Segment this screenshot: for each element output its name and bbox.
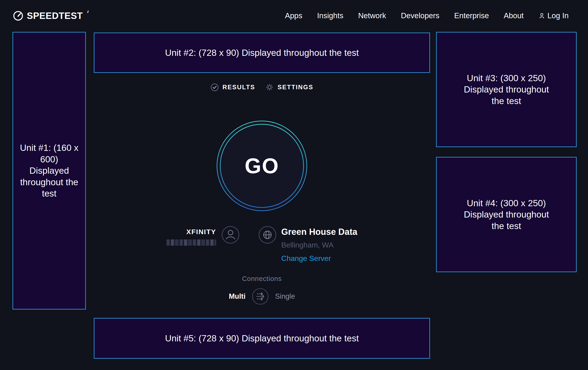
multi-connections-toggle-icon[interactable]	[252, 288, 269, 305]
nav-item-enterprise[interactable]: Enterprise	[454, 11, 489, 20]
tab-settings-label: SETTINGS	[278, 84, 313, 91]
ad-unit-4[interactable]: Unit #4: (300 x 250) Displayed throughou…	[436, 157, 577, 272]
speedtest-page: SPEEDTEST Apps Insights Network Develope…	[0, 0, 588, 370]
tab-settings[interactable]: SETTINGS	[265, 83, 313, 92]
change-server-link[interactable]: Change Server	[281, 254, 331, 263]
server-location: Bellingham, WA	[281, 241, 334, 249]
login-label: Log In	[547, 11, 569, 20]
connections-toggle: Multi Single	[94, 288, 430, 305]
server-block: Green House Data Bellingham, WA Change S…	[258, 226, 357, 263]
person-circle-icon	[221, 226, 240, 244]
gauge-icon	[13, 10, 23, 21]
connections-option-single[interactable]: Single	[275, 292, 295, 300]
ad-unit-1-label: Unit #1: (160 x 600) Displayed throughou…	[19, 142, 79, 199]
nav-item-about[interactable]: About	[504, 11, 524, 20]
isp-block: XFINITY	[167, 226, 240, 246]
go-label: GO	[217, 121, 307, 211]
speedtest-logo[interactable]: SPEEDTEST	[13, 10, 87, 21]
connections-option-multi[interactable]: Multi	[229, 292, 245, 300]
logo-text: SPEEDTEST	[27, 11, 83, 21]
go-button[interactable]: GO	[217, 121, 307, 211]
connections-section: Connections Multi Single	[94, 275, 430, 305]
trademark-mark	[87, 10, 89, 13]
login-button[interactable]: Log In	[538, 11, 569, 20]
view-tabs: RESULTS	[94, 83, 430, 92]
isp-name: XFINITY	[186, 228, 216, 236]
person-icon	[538, 12, 545, 19]
ad-unit-1[interactable]: Unit #1: (160 x 600) Displayed throughou…	[12, 32, 86, 310]
gear-icon	[265, 83, 274, 92]
server-name: Green House Data	[281, 227, 357, 237]
ad-unit-4-label: Unit #4: (300 x 250) Displayed throughou…	[457, 198, 556, 232]
test-panel: RESULTS	[94, 0, 430, 370]
redacted-ip-text	[167, 240, 216, 246]
ad-unit-3[interactable]: Unit #3: (300 x 250) Displayed throughou…	[436, 32, 577, 147]
tab-results[interactable]: RESULTS	[210, 83, 255, 91]
connections-label: Connections	[94, 275, 430, 283]
connection-info-row: XFINITY Green House Data	[94, 226, 430, 263]
ad-unit-3-label: Unit #3: (300 x 250) Displayed throughou…	[457, 72, 556, 107]
tab-results-label: RESULTS	[222, 84, 255, 91]
globe-circle-icon	[258, 226, 277, 244]
check-circle-icon	[210, 83, 219, 91]
